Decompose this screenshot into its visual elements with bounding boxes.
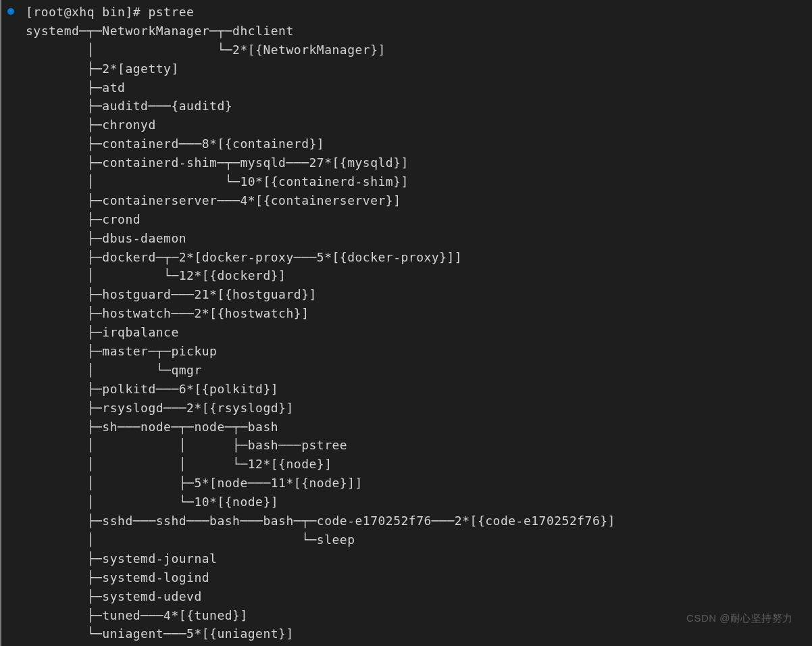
tree-line: ├─polkitd───6*[{polkitd}] (26, 382, 278, 396)
tree-line: ├─hostguard───21*[{hostguard}] (26, 287, 317, 301)
tree-line: systemd─┬─NetworkManager─┬─dhclient (26, 24, 294, 38)
tree-line: ├─tuned───4*[{tuned}] (26, 608, 248, 622)
tree-line: ├─rsyslogd───2*[{rsyslogd}] (26, 401, 294, 415)
tree-line: ├─containerd-shim─┬─mysqld───27*[{mysqld… (26, 155, 409, 170)
tree-line: │ └─10*[{containerd-shim}] (26, 174, 409, 189)
prompt-line: [root@xhq bin]# pstree (26, 5, 194, 19)
tree-line: ├─hostwatch───2*[{hostwatch}] (26, 306, 309, 320)
tree-line: ├─containerserver───4*[{containerserver}… (26, 193, 401, 207)
tree-line: │ │ └─12*[{node}] (26, 457, 332, 471)
tree-line: ├─dockerd─┬─2*[docker-proxy───5*[{docker… (26, 250, 462, 264)
tree-line: │ │ ├─bash───pstree (26, 438, 347, 452)
tree-line: │ └─qmgr (26, 363, 202, 377)
tree-line: │ └─10*[{node}] (26, 495, 278, 509)
tree-line: ├─sshd───sshd───bash───bash─┬─code-e1702… (26, 514, 615, 528)
terminal-output[interactable]: [root@xhq bin]# pstree systemd─┬─Network… (1, 0, 812, 643)
tree-line: ├─irqbalance (26, 325, 179, 339)
tree-line: │ └─2*[{NetworkManager}] (26, 43, 386, 57)
tree-line: ├─2*[agetty] (26, 61, 179, 76)
tree-line: ├─crond (26, 212, 141, 226)
terminal-window: [root@xhq bin]# pstree systemd─┬─Network… (0, 0, 812, 646)
tree-line: ├─atd (26, 80, 125, 95)
modified-indicator (7, 8, 14, 15)
tree-line: ├─master─┬─pickup (26, 344, 217, 358)
tree-line: ├─chronyd (26, 118, 156, 132)
tree-line: ├─systemd-journal (26, 551, 217, 566)
tree-line: │ └─sleep (26, 532, 355, 547)
tree-line: │ ├─5*[node───11*[{node}]] (26, 476, 363, 490)
watermark: CSDN @耐心坚持努力 (686, 610, 793, 626)
tree-line: ├─systemd-logind (26, 570, 209, 585)
tree-line: ├─containerd───8*[{containerd}] (26, 136, 324, 151)
tree-line: ├─auditd───{auditd} (26, 99, 232, 113)
tree-line: └─uniagent───5*[{uniagent}] (26, 626, 294, 641)
tree-line: │ └─12*[{dockerd}] (26, 268, 286, 282)
tree-line: ├─systemd-udevd (26, 589, 202, 603)
tree-line: ├─sh───node─┬─node─┬─bash (26, 420, 278, 434)
tree-line: ├─dbus-daemon (26, 231, 186, 245)
